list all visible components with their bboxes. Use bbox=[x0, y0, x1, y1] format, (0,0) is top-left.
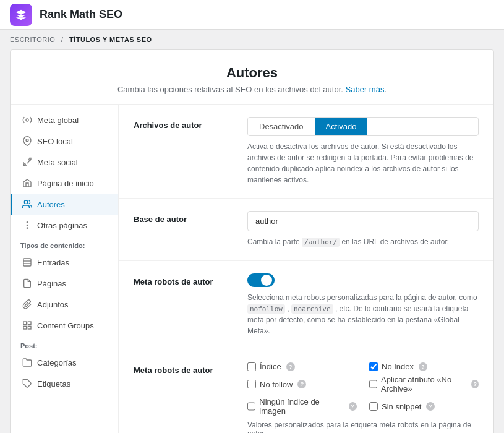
checkbox-no-archive-input[interactable] bbox=[369, 380, 377, 388]
app-title: Rank Math SEO bbox=[40, 8, 122, 21]
sidebar-item-home-page[interactable]: Página de inicio bbox=[11, 173, 118, 194]
help-icon-no-index[interactable]: ? bbox=[419, 362, 427, 371]
setting-label-archivos-autor: Archivos de autor bbox=[134, 117, 233, 130]
app-header: Rank Math SEO bbox=[0, 0, 504, 30]
section-label-content-types: Tipos de contenido: bbox=[11, 236, 118, 252]
btn-desactivado[interactable]: Desactivado bbox=[248, 118, 315, 135]
toggle-slider bbox=[247, 273, 275, 287]
help-icon-no-follow[interactable]: ? bbox=[297, 380, 306, 388]
checkbox-no-image-index: Ningún índice de imagen ? bbox=[247, 397, 357, 416]
sidebar-item-seo-local[interactable]: SEO local bbox=[11, 131, 118, 152]
meta-robots-switch[interactable] bbox=[247, 273, 275, 287]
sidebar-item-paginas[interactable]: Páginas bbox=[11, 273, 118, 294]
sidebar-label-autores: Autores bbox=[37, 200, 65, 209]
checkbox-no-snippet-input[interactable] bbox=[369, 402, 378, 411]
sidebar-label-adjuntos: Adjuntos bbox=[37, 300, 69, 309]
setting-content-base-autor: Cambia la parte /author/ en las URL de a… bbox=[247, 211, 479, 248]
sidebar-label-content-groups: Content Groups bbox=[37, 321, 94, 330]
setting-row-meta-robots-toggle: Meta robots de autor Selecciona meta rob… bbox=[119, 261, 493, 350]
checkbox-no-index: No Index ? bbox=[369, 362, 479, 371]
setting-content-meta-robots-checks: Índice ? No Index ? No follow ? bbox=[247, 362, 479, 433]
base-autor-input[interactable] bbox=[247, 211, 479, 231]
checkbox-no-snippet-label[interactable]: Sin snippet bbox=[382, 402, 421, 411]
checkbox-no-follow-input[interactable] bbox=[247, 380, 256, 388]
learn-more-link[interactable]: Saber más bbox=[346, 85, 385, 94]
help-icon-no-archive[interactable]: ? bbox=[471, 380, 479, 388]
sidebar-label-entradas: Entradas bbox=[37, 258, 69, 267]
sidebar-label-categorias: Categorías bbox=[37, 358, 77, 367]
svg-point-5 bbox=[27, 225, 27, 225]
sidebar-label-paginas: Páginas bbox=[37, 279, 66, 288]
sidebar: Meta global SEO local Meta social Página… bbox=[11, 105, 119, 433]
page-description: Cambia las opciones relativas al SEO en … bbox=[23, 85, 481, 94]
page-heading: Autores Cambia las opciones relativas al… bbox=[11, 50, 493, 105]
breadcrumb-sep: / bbox=[61, 36, 64, 43]
setting-row-base-autor: Base de autor Cambia la parte /author/ e… bbox=[119, 199, 493, 261]
checkbox-no-archive: Aplicar atributo «No Archive» ? bbox=[369, 375, 479, 393]
svg-rect-13 bbox=[23, 326, 27, 329]
help-icon-indice[interactable]: ? bbox=[286, 362, 295, 371]
help-icon-no-snippet[interactable]: ? bbox=[426, 402, 435, 411]
svg-rect-12 bbox=[28, 322, 31, 325]
svg-rect-8 bbox=[23, 259, 31, 266]
sidebar-label-otras-paginas: Otras páginas bbox=[37, 221, 87, 230]
checkbox-no-image-index-input[interactable] bbox=[247, 402, 255, 411]
checkbox-no-index-input[interactable] bbox=[369, 362, 378, 371]
sidebar-label-seo-local: SEO local bbox=[37, 137, 73, 146]
sidebar-item-adjuntos[interactable]: Adjuntos bbox=[11, 294, 118, 315]
content-layout: Meta global SEO local Meta social Página… bbox=[11, 105, 493, 433]
setting-label-meta-robots-toggle: Meta robots de autor bbox=[134, 273, 233, 286]
checkbox-no-follow: No follow ? bbox=[247, 375, 357, 393]
sidebar-item-meta-global[interactable]: Meta global bbox=[11, 109, 118, 131]
sidebar-item-meta-social[interactable]: Meta social bbox=[11, 152, 118, 173]
sidebar-item-etiquetas[interactable]: Etiquetas bbox=[11, 373, 118, 394]
svg-rect-14 bbox=[28, 326, 31, 329]
setting-label-base-autor: Base de autor bbox=[134, 211, 233, 224]
svg-rect-11 bbox=[23, 322, 27, 325]
app-logo bbox=[10, 4, 32, 26]
section-label-post: Post: bbox=[11, 336, 118, 352]
checkbox-no-archive-label[interactable]: Aplicar atributo «No Archive» bbox=[381, 375, 466, 393]
btn-activado[interactable]: Activado bbox=[315, 118, 368, 135]
breadcrumb-parent: ESCRITORIO bbox=[10, 36, 55, 43]
desc-meta-robots-toggle: Selecciona meta robots personalizadas pa… bbox=[247, 292, 479, 337]
sidebar-item-autores[interactable]: Autores bbox=[11, 194, 118, 215]
settings-area: Archivos de autor Desactivado Activado A… bbox=[119, 105, 493, 433]
svg-point-0 bbox=[26, 119, 28, 121]
checkbox-indice-label[interactable]: Índice bbox=[260, 362, 281, 371]
sidebar-item-categorias[interactable]: Categorías bbox=[11, 352, 118, 373]
checkbox-indice: Índice ? bbox=[247, 362, 357, 371]
desc-meta-robots-checks: Valores personalizados para la etiqueta … bbox=[247, 421, 479, 433]
sidebar-item-content-groups[interactable]: Content Groups bbox=[11, 315, 118, 336]
sidebar-label-home-page: Página de inicio bbox=[37, 179, 94, 188]
checkbox-no-index-label[interactable]: No Index bbox=[382, 362, 414, 371]
setting-content-meta-robots-toggle: Selecciona meta robots personalizadas pa… bbox=[247, 273, 479, 337]
sidebar-label-meta-social: Meta social bbox=[37, 158, 78, 167]
setting-row-meta-robots-checks: Meta robots de autor Índice ? No Index ? bbox=[119, 349, 493, 433]
checkbox-grid: Índice ? No Index ? No follow ? bbox=[247, 362, 479, 416]
breadcrumb-current: TÍTULOS Y METAS SEO bbox=[69, 36, 152, 43]
setting-content-archivos-autor: Desactivado Activado Activa o desactiva … bbox=[247, 117, 479, 186]
checkbox-no-image-index-label[interactable]: Ningún índice de imagen bbox=[259, 397, 343, 416]
help-icon-no-image-index[interactable]: ? bbox=[349, 402, 357, 411]
svg-point-2 bbox=[24, 164, 26, 166]
svg-point-3 bbox=[29, 159, 31, 161]
sidebar-label-etiquetas: Etiquetas bbox=[37, 379, 70, 388]
setting-row-archivos-autor: Archivos de autor Desactivado Activado A… bbox=[119, 105, 493, 199]
toggle-buttons-archivos: Desactivado Activado bbox=[247, 117, 479, 136]
sidebar-label-meta-global: Meta global bbox=[37, 116, 79, 125]
breadcrumb: ESCRITORIO / TÍTULOS Y METAS SEO bbox=[0, 30, 504, 49]
page-title: Autores bbox=[23, 65, 481, 81]
desc-base-autor: Cambia la parte /author/ en las URL de a… bbox=[247, 236, 479, 248]
svg-point-7 bbox=[27, 228, 27, 228]
sidebar-item-entradas[interactable]: Entradas bbox=[11, 252, 118, 273]
svg-point-6 bbox=[27, 222, 27, 223]
svg-point-1 bbox=[26, 139, 28, 142]
sidebar-item-otras-paginas[interactable]: Otras páginas bbox=[11, 215, 118, 236]
setting-label-meta-robots-checks: Meta robots de autor bbox=[134, 362, 233, 375]
desc-archivos-autor: Activa o desactiva los archivos de autor… bbox=[247, 141, 479, 186]
checkbox-no-follow-label[interactable]: No follow bbox=[260, 380, 293, 389]
main-container: Autores Cambia las opciones relativas al… bbox=[10, 49, 494, 433]
checkbox-no-snippet: Sin snippet ? bbox=[369, 397, 479, 416]
checkbox-indice-input[interactable] bbox=[247, 362, 256, 371]
